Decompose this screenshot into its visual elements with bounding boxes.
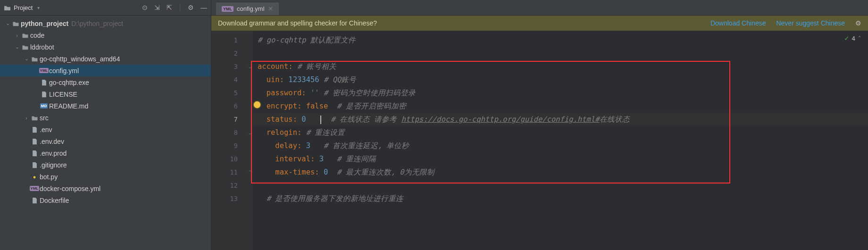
- folder-icon: [21, 44, 29, 50]
- never-suggest-link[interactable]: Never suggest Chinese: [776, 19, 845, 27]
- file-icon: [30, 162, 39, 168]
- tree-item[interactable]: .gitignore: [0, 159, 211, 171]
- tree-item[interactable]: ●bot.py: [0, 171, 211, 183]
- close-icon[interactable]: ✕: [268, 5, 273, 12]
- comment: # 是否开启密码加密: [337, 102, 406, 110]
- tree-item[interactable]: ›src: [0, 112, 211, 124]
- comment: # 在线状态 请参考: [331, 115, 401, 124]
- project-title: Project: [14, 4, 33, 11]
- tree-item-label: config.yml: [49, 67, 79, 75]
- check-icon: ✓: [844, 34, 849, 42]
- tree-root[interactable]: ⌄ python_project D:\python_project: [0, 17, 211, 29]
- yaml-key: encrypt: [267, 102, 297, 110]
- folder-icon: [30, 56, 39, 62]
- locate-icon[interactable]: ⊙: [142, 4, 148, 11]
- yaml-value: false: [306, 102, 328, 110]
- comment: # 最大重连次数, 0为无限制: [337, 168, 434, 176]
- root-path: D:\python_project: [71, 20, 123, 27]
- file-icon: [30, 197, 39, 204]
- yaml-key: password: [267, 89, 302, 97]
- separator: [180, 4, 180, 12]
- tree-item[interactable]: ⌄go-cqhttp_windows_amd64: [0, 53, 211, 65]
- chevron-icon[interactable]: ⌄: [13, 44, 21, 50]
- chevron-down-icon: ▾: [37, 5, 40, 10]
- tree-item[interactable]: ⌄lddrobot: [0, 41, 211, 53]
- collapse-all-icon[interactable]: ⇱: [167, 4, 172, 11]
- intention-bulb-icon[interactable]: [254, 101, 260, 108]
- folder-icon: [21, 33, 29, 38]
- link[interactable]: https://docs.go-cqhttp.org/guide/config.…: [401, 115, 600, 124]
- editor-area: YML config.yml ✕ Download grammar and sp…: [211, 0, 868, 250]
- tree-item[interactable]: YMLdocker-compose.yml: [0, 183, 211, 194]
- comment: # 账号相关: [297, 62, 336, 71]
- tree-item-label: lddrobot: [30, 43, 54, 51]
- chevron-icon[interactable]: ⌄: [23, 56, 30, 62]
- tree-item[interactable]: YMLconfig.yml: [0, 65, 211, 76]
- yaml-file-icon: YML: [30, 186, 39, 191]
- yaml-file-icon: YML: [40, 68, 48, 73]
- tree-item[interactable]: ›code: [0, 29, 211, 41]
- comment: # 重连间隔: [337, 155, 376, 163]
- tree-item-label: README.md: [49, 102, 88, 110]
- folder-icon: [11, 21, 20, 26]
- chevron-icon[interactable]: ›: [23, 115, 30, 121]
- editor-tabs: YML config.yml ✕: [211, 0, 868, 16]
- file-icon: [40, 79, 48, 86]
- markdown-file-icon: MD: [40, 103, 48, 108]
- tree-item-label: bot.py: [40, 173, 58, 181]
- comment: # 密码为空时使用扫码登录: [324, 89, 416, 97]
- code-content[interactable]: # go-cqhttp 默认配置文件 account: # 账号相关 uin: …: [253, 31, 868, 250]
- yaml-value: 3: [306, 142, 310, 150]
- yaml-key: delay: [275, 142, 297, 150]
- yaml-key: max-times: [275, 168, 315, 176]
- yaml-value: '': [310, 89, 319, 97]
- gutter[interactable]: 1234 5678 910111213: [211, 31, 246, 250]
- inspections-widget[interactable]: ✓ 4 ˄: [844, 34, 861, 42]
- project-view-selector[interactable]: Project ▾: [4, 4, 40, 11]
- comment: # QQ账号: [324, 75, 356, 84]
- tree-item[interactable]: .env.prod: [0, 147, 211, 159]
- project-tree[interactable]: ⌄ python_project D:\python_project ›code…: [0, 16, 211, 250]
- editor-tab[interactable]: YML config.yml ✕: [216, 2, 279, 15]
- expand-all-icon[interactable]: ⇲: [154, 4, 160, 11]
- gear-icon[interactable]: ⚙: [188, 4, 194, 11]
- tree-item[interactable]: .env: [0, 124, 211, 135]
- hide-icon[interactable]: —: [200, 4, 207, 11]
- tree-item-label: docker-compose.yml: [40, 185, 100, 192]
- tree-item[interactable]: .env.dev: [0, 135, 211, 147]
- chevron-up-icon[interactable]: ˄: [858, 35, 861, 42]
- tree-item-label: src: [40, 114, 49, 122]
- tree-item-label: go-cqhttp.exe: [49, 79, 89, 86]
- comment: 在线状态: [600, 115, 630, 124]
- inspection-count: 4: [851, 35, 855, 42]
- tree-item-label: LICENSE: [49, 91, 77, 98]
- fold-strip[interactable]: ⌄ ⌄ ⌃: [246, 31, 253, 250]
- project-tool-window: Project ▾ ⊙ ⇲ ⇱ ⚙ — ⌄ python_project D:\…: [0, 0, 211, 250]
- text-cursor: [320, 116, 321, 124]
- tree-item[interactable]: Dockerfile: [0, 194, 211, 206]
- chevron-icon[interactable]: ›: [13, 33, 21, 38]
- yaml-key: account: [258, 62, 288, 71]
- banner-message: Download grammar and spelling checker fo…: [218, 19, 377, 27]
- comment: # 重连设置: [306, 128, 345, 137]
- folder-icon: [4, 5, 11, 11]
- download-link[interactable]: Download Chinese: [710, 19, 766, 27]
- chevron-icon[interactable]: ⌄: [4, 20, 11, 26]
- code-editor[interactable]: 1234 5678 910111213 ⌄ ⌄ ⌃ # go-cqhttp 默认…: [211, 31, 868, 250]
- yaml-key: relogin: [267, 128, 297, 137]
- tree-item-label: go-cqhttp_windows_amd64: [40, 55, 120, 63]
- tree-item[interactable]: go-cqhttp.exe: [0, 76, 211, 88]
- yaml-key: interval: [275, 155, 310, 163]
- comment: # 是否使用服务器下发的新地址进行重连: [267, 194, 404, 203]
- yaml-value: 0: [301, 115, 306, 124]
- file-icon: [30, 126, 39, 133]
- banner-actions: Download Chinese Never suggest Chinese ⚙: [710, 19, 861, 27]
- tree-item[interactable]: LICENSE: [0, 88, 211, 100]
- tree-item-label: code: [30, 32, 44, 39]
- comment: # go-cqhttp 默认配置文件: [258, 36, 356, 44]
- tree-item[interactable]: MDREADME.md: [0, 100, 211, 112]
- gear-icon[interactable]: ⚙: [855, 19, 861, 27]
- project-header: Project ▾ ⊙ ⇲ ⇱ ⚙ —: [0, 0, 211, 16]
- file-icon: [30, 138, 39, 145]
- file-type-badge: YML: [222, 6, 234, 12]
